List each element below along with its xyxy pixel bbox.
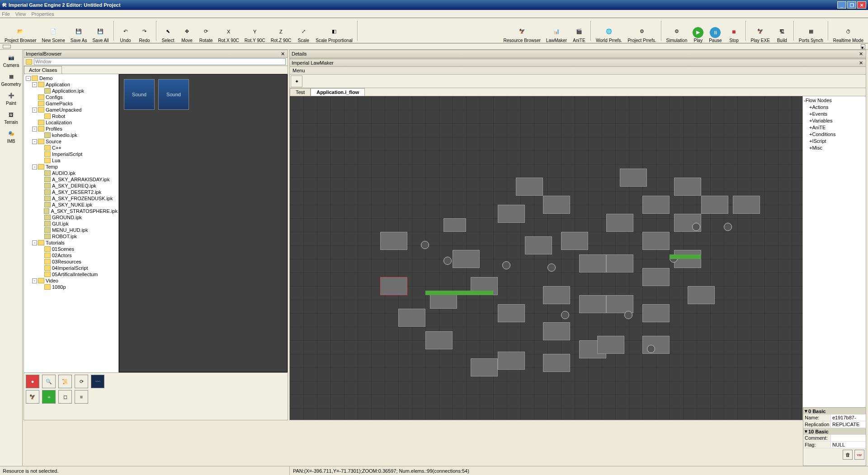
play-button[interactable]: ▶Play [690, 19, 706, 43]
roty-button[interactable]: YRot.Y 90C [242, 19, 268, 43]
flow-node[interactable] [579, 254, 606, 273]
rotx-button[interactable]: XRot.X 90C [216, 19, 242, 43]
flownode-item[interactable]: -Flow Nodes [804, 97, 865, 104]
projectprefs-button[interactable]: ⚙Project Prrefs. [625, 19, 659, 43]
expand-icon[interactable]: - [32, 165, 37, 169]
flow-node[interactable] [453, 250, 480, 268]
var-button[interactable]: var [854, 450, 864, 460]
tree-item[interactable]: -Video [26, 277, 118, 284]
flow-node[interactable] [688, 286, 715, 304]
pause-button[interactable]: ⏸Pause [706, 19, 724, 43]
flow-node[interactable] [380, 232, 407, 250]
flow-port[interactable] [724, 223, 732, 231]
flow-port[interactable] [547, 263, 556, 272]
thumbnail[interactable]: Sound [124, 79, 155, 110]
expand-icon[interactable]: - [32, 127, 37, 132]
flow-node[interactable] [642, 196, 670, 214]
tree-item[interactable]: Localization [26, 119, 118, 126]
expand-icon[interactable]: - [26, 76, 31, 81]
lawmaker-tool-icon[interactable]: ✦ [291, 75, 302, 87]
flow-nodes-tree[interactable]: -Flow Nodes+Actions+Events+Variables+Ani… [802, 96, 866, 420]
flow-node[interactable] [701, 196, 728, 214]
flow-node[interactable] [471, 358, 498, 376]
build-button[interactable]: 🏗Build [773, 19, 792, 43]
flownode-item[interactable]: +Misc [804, 145, 865, 151]
prop-comment-value[interactable] [830, 435, 866, 441]
rail-camera[interactable]: 📷Camera [2, 52, 20, 69]
tree-item[interactable]: kohedlo.ipk [26, 132, 118, 138]
flow-node[interactable] [498, 352, 525, 370]
tree-item[interactable]: -Temp [26, 164, 118, 170]
tree-item[interactable]: ImperialScript [26, 151, 118, 157]
rail-paint[interactable]: ➕Paint [2, 89, 20, 107]
script-button[interactable]: 📜 [58, 375, 72, 388]
stop-button[interactable]: ⏹Stop [725, 19, 744, 43]
flow-port[interactable] [692, 223, 700, 231]
delete-button[interactable]: 🗑 [843, 450, 853, 460]
tree-item[interactable]: GROUND.ipk [26, 214, 118, 221]
flow-node[interactable] [525, 236, 552, 254]
flow-node[interactable] [674, 250, 701, 268]
menu-view[interactable]: View [15, 11, 26, 17]
tree-item[interactable]: A_SKY_DEREQ.ipk [26, 183, 118, 189]
thumbnail-area[interactable]: SoundSound [119, 74, 288, 372]
prop-flag-value[interactable]: NULL [830, 442, 866, 448]
flow-node[interactable] [642, 336, 670, 354]
flow-node[interactable] [543, 354, 570, 372]
flow-node[interactable] [733, 196, 760, 214]
tree-item[interactable]: Lua [26, 157, 118, 164]
flow-port[interactable] [443, 257, 452, 265]
flow-node[interactable] [543, 322, 570, 340]
expand-icon[interactable]: ▾ [805, 408, 807, 414]
tree-item[interactable]: 01Scenes [26, 246, 118, 252]
flow-node[interactable] [543, 286, 570, 304]
tree-item[interactable]: -Source [26, 138, 118, 145]
portssynch-button[interactable]: ▦Ports Synch [796, 19, 826, 43]
flow-node[interactable] [579, 295, 606, 313]
new-scene-button[interactable]: 📄New Scene [39, 19, 68, 43]
tree-item[interactable]: ROBOT.ipk [26, 233, 118, 240]
add-button[interactable]: ＋ [42, 390, 56, 404]
rail-terrain[interactable]: 🖼Terrain [2, 108, 20, 126]
flow-port[interactable] [421, 241, 429, 249]
flow-node[interactable] [425, 331, 453, 349]
flow-port[interactable] [502, 261, 510, 269]
rail-imb[interactable]: 🎭IMB [2, 127, 20, 145]
tree-item[interactable]: A_SKY_DESERT2.ipk [26, 189, 118, 195]
flow-node[interactable] [561, 232, 588, 250]
flow-tab[interactable]: Test [290, 88, 311, 96]
expand-icon[interactable]: - [32, 240, 37, 245]
prop-replication-value[interactable]: REPLICATE [830, 421, 866, 428]
lawmaker-header[interactable]: Imperial LawMaker ✕ [290, 59, 866, 67]
flow-node[interactable] [642, 268, 670, 286]
flow-port[interactable] [561, 311, 569, 319]
flow-graph-canvas[interactable] [290, 96, 802, 420]
tree-item[interactable]: A_SKY_NUKE.ipk [26, 202, 118, 208]
tree-item[interactable]: C++ [26, 145, 118, 151]
tree-item[interactable]: -Tutorials [26, 240, 118, 246]
move-button[interactable]: ✥Move [178, 19, 197, 43]
flow-node[interactable] [543, 196, 570, 214]
project-browser-button[interactable]: 📂Project Browser [2, 19, 39, 43]
tree-item[interactable]: Configs [26, 94, 118, 100]
tree-item[interactable]: 02Actors [26, 252, 118, 259]
save-as-button[interactable]: 💾Save As [68, 19, 90, 43]
flownode-item[interactable]: +Actions [804, 104, 865, 111]
flow-node[interactable] [380, 277, 407, 295]
resourcebrowser-button[interactable]: 🦅Resource Browser [501, 19, 543, 43]
minimize-button[interactable]: _ [837, 1, 846, 9]
lawmaker-button[interactable]: 📊LawMaker [543, 19, 570, 43]
tree-item[interactable]: 04ImperialScript [26, 265, 118, 271]
flownode-item[interactable]: +IScript [804, 138, 865, 145]
flow-node[interactable] [674, 178, 701, 196]
flow-node[interactable] [606, 214, 633, 232]
thumbnail[interactable]: Sound [158, 79, 189, 110]
realtimemode-button[interactable]: ⏱Realtime Mode [830, 19, 866, 43]
anite-button[interactable]: 🎬AniTE [570, 19, 589, 43]
flow-node[interactable] [398, 309, 425, 327]
flownode-item[interactable]: +Conditions [804, 131, 865, 138]
tab-actor-classes[interactable]: Actor Clases [24, 66, 62, 74]
tree-item[interactable]: A_SKY_STRATOSPHERE.ipk [26, 208, 118, 214]
tree-item[interactable]: -GameUnpacked [26, 107, 118, 113]
flow-node[interactable] [443, 218, 466, 232]
